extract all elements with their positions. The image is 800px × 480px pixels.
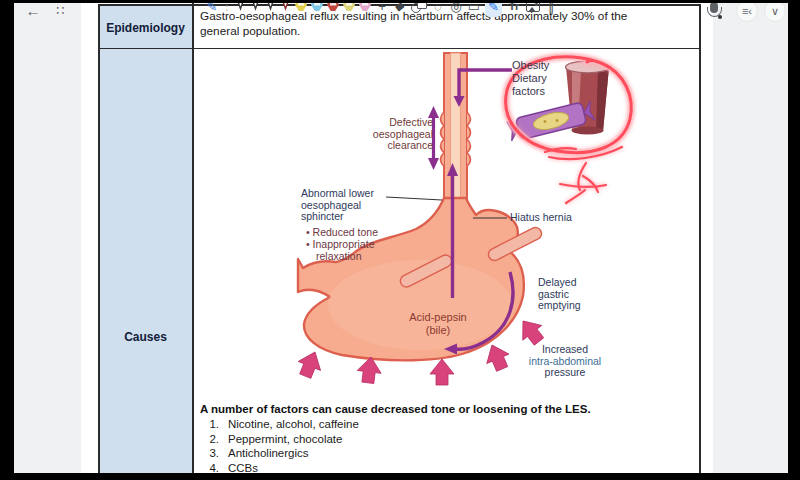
list-item: 2. Peppermint, chocolate bbox=[200, 432, 359, 447]
collapse-toolbar-button[interactable]: ∨ bbox=[764, 0, 786, 22]
list-item: 1. Nicotine, alcohol, caffeine bbox=[200, 417, 359, 432]
list-item-number: 2. bbox=[200, 433, 228, 445]
table-column-divider bbox=[192, 0, 194, 480]
label-acid-pepsin-bile: Acid-pepsin (bile) bbox=[395, 311, 481, 336]
back-icon: ← bbox=[26, 2, 41, 19]
menu-icon: ≡‹ bbox=[742, 5, 752, 17]
chevron-down-icon: ∨ bbox=[771, 5, 779, 18]
label-abnormal-lower-oesophageal-sphincter: Abnormal lower oesophageal sphincter bbox=[301, 188, 374, 223]
list-item-text: Peppermint, chocolate bbox=[228, 433, 342, 445]
label-obesity-dietary-factors: Obesity Dietary factors bbox=[512, 59, 549, 98]
les-factors-heading: A number of factors can cause decreased … bbox=[200, 403, 591, 415]
list-item-text: Nicotine, alcohol, caffeine bbox=[228, 418, 359, 430]
label-increased-intra-abdominal-pressure: Increased intra-abdominal pressure bbox=[513, 344, 617, 379]
label-delayed-gastric-emptying: Delayed gastric emptying bbox=[538, 277, 581, 312]
list-item-number: 3. bbox=[200, 447, 228, 459]
grid-icon: ∷ bbox=[56, 3, 65, 18]
oesophagus bbox=[441, 53, 471, 202]
left-edge-bar bbox=[0, 0, 14, 480]
label-defective-oesophageal-clearance: Defective oesophageal clearance bbox=[353, 117, 433, 152]
table-header-column bbox=[99, 5, 192, 480]
table-border-left bbox=[98, 4, 100, 480]
microphone-icon[interactable] bbox=[710, 2, 718, 13]
menu-button[interactable]: ≡‹ bbox=[736, 0, 758, 22]
label-sphincter-bullets: • Reduced tone • Inappropriate relaxatio… bbox=[306, 226, 378, 262]
row-header-epidemiology: Epidemiology bbox=[99, 21, 192, 35]
table-border-right bbox=[699, 4, 701, 480]
page-overview-button[interactable]: ∷ bbox=[48, 0, 74, 23]
les-factors-list: 1. Nicotine, alcohol, caffeine 2. Pepper… bbox=[200, 417, 359, 475]
top-edge-bar bbox=[0, 0, 800, 3]
back-button[interactable]: ← bbox=[20, 0, 46, 23]
right-edge-bar bbox=[788, 0, 800, 480]
label-hiatus-hernia: Hiatus hernia bbox=[510, 212, 572, 224]
bottom-edge-bar bbox=[0, 473, 800, 480]
list-item-number: 1. bbox=[200, 418, 228, 430]
microphone-dot bbox=[718, 15, 722, 19]
list-item: 3. Anticholinergics bbox=[200, 446, 359, 461]
list-item-text: Anticholinergics bbox=[228, 447, 309, 459]
row-header-causes: Causes bbox=[99, 330, 192, 344]
app-window: ← ∷ ≡‹ ∨ ✎ ⋮ + ◆ ◌ ◎ ▭ ✎ Tr ∥ Epidemiolo… bbox=[0, 0, 800, 480]
